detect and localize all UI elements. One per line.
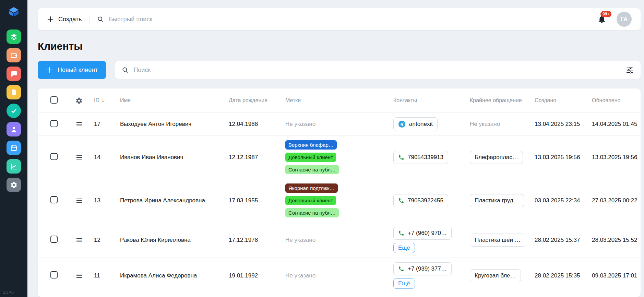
contact-chip[interactable]: 79054339913: [393, 151, 448, 164]
header-contacts[interactable]: Контакты: [393, 97, 417, 103]
cell-updated: 14.04.2025 01:45: [592, 121, 641, 128]
cell-updated: 28.03.2025 15:52: [592, 237, 641, 243]
app-version: 1.3.46: [3, 290, 14, 294]
table-body: 17Выходуев Антон Игоревич12.04.1988Не ук…: [38, 112, 641, 293]
select-all-checkbox[interactable]: [50, 96, 58, 104]
cell-id: 14: [93, 154, 120, 161]
contact-chip[interactable]: +7 (960) 970…: [393, 227, 452, 240]
cell-name: Икрамова Алиса Федоровна: [120, 272, 229, 279]
header-created[interactable]: Создано: [535, 97, 556, 103]
row-checkbox[interactable]: [50, 120, 58, 127]
cell-contacts: +7 (939) 377…Ещё: [393, 262, 470, 289]
row-checkbox[interactable]: [50, 236, 58, 243]
document-icon: [10, 89, 17, 96]
header-birth-date[interactable]: Дата рождения: [229, 97, 267, 103]
contact-chip[interactable]: 79053922455: [393, 194, 448, 207]
tag-chip[interactable]: Согласие на публ…: [285, 208, 339, 217]
filters-icon[interactable]: [626, 66, 634, 74]
table-row: 12Ракова Юлия Кирилловна17.12.1978Не ука…: [38, 222, 641, 258]
cell-name: Ракова Юлия Кирилловна: [120, 237, 229, 243]
table-row: 17Выходуев Антон Игоревич12.04.1988Не ук…: [38, 112, 641, 135]
sort-desc-icon[interactable]: ↓: [102, 97, 104, 104]
calendar-icon: [10, 144, 17, 152]
tag-chip[interactable]: Довольный клиент: [285, 153, 336, 162]
more-contacts-button[interactable]: Ещё: [393, 243, 415, 253]
table-row: 11Икрамова Алиса Федоровна19.01.1992Не у…: [38, 258, 641, 293]
row-menu-icon[interactable]: [75, 197, 83, 204]
create-button[interactable]: Создать: [47, 15, 82, 23]
tag-chip[interactable]: Довольный клиент: [285, 196, 336, 205]
row-checkbox[interactable]: [50, 271, 58, 278]
cell-tags: Верхняя блефар…Довольный клиентСогласие …: [285, 140, 393, 174]
row-checkbox[interactable]: [50, 153, 58, 160]
cell-tags: Не указано: [285, 237, 393, 243]
sidebar-item-wallet[interactable]: [7, 48, 21, 62]
chart-icon: [10, 163, 17, 170]
row-menu-icon[interactable]: [75, 120, 83, 128]
tag-chip[interactable]: Якорная подтяжк…: [285, 183, 338, 193]
sidebar-item-check[interactable]: [7, 104, 21, 118]
search-icon: [97, 16, 104, 23]
cell-contacts: 79053922455: [393, 194, 470, 207]
topbar-divider: [89, 15, 90, 24]
last-request-chip[interactable]: Блефароплас…: [470, 151, 523, 164]
contact-value: 79053922455: [408, 197, 443, 204]
wallet-icon: [10, 52, 17, 59]
avatar[interactable]: ГА: [617, 12, 632, 27]
more-contacts-button[interactable]: Ещё: [393, 278, 415, 289]
header-last-request[interactable]: Крайнее обращение: [470, 97, 522, 103]
table-row: 14Иванов Иван Иванович12.12.1987Верхняя …: [38, 135, 641, 179]
sidebar-item-calendar[interactable]: [7, 141, 21, 155]
header-tags[interactable]: Метки: [285, 97, 301, 103]
row-checkbox[interactable]: [50, 196, 58, 203]
tag-chip[interactable]: Согласие на публ…: [285, 165, 339, 174]
cell-last-request: Блефароплас…: [470, 151, 535, 164]
sidebar-item-person[interactable]: [7, 122, 21, 136]
last-request-chip[interactable]: Пластика груд…: [470, 194, 524, 207]
quick-search-input[interactable]: [109, 16, 597, 23]
cell-last-request: Пластика шеи …: [470, 234, 535, 247]
last-request-chip[interactable]: Круговая бле…: [470, 269, 521, 282]
plus-icon: [47, 15, 54, 23]
cell-birth-date: 12.12.1987: [229, 154, 285, 161]
sidebar-item-document[interactable]: [7, 85, 21, 99]
cell-contacts: +7 (960) 970…Ещё: [393, 227, 470, 253]
not-specified-label: Не указано: [470, 121, 500, 127]
cell-contacts: antonexit: [393, 117, 470, 131]
contact-chip[interactable]: +7 (939) 377…: [393, 262, 452, 275]
header-name[interactable]: Имя: [120, 97, 131, 103]
new-client-button[interactable]: Новый клиент: [38, 61, 106, 79]
contact-value: +7 (960) 970…: [408, 230, 447, 237]
telegram-icon: [398, 120, 406, 128]
phone-icon: [398, 266, 404, 272]
table-settings-icon[interactable]: [75, 97, 83, 104]
cell-created: 28.02.2025 15:37: [535, 237, 592, 243]
phone-icon: [398, 154, 404, 161]
cell-name: Петрова Ирина Александровна: [120, 197, 229, 204]
sidebar: 1.3.46: [0, 0, 27, 297]
check-icon: [10, 107, 17, 115]
sidebar-item-layers[interactable]: [7, 29, 21, 44]
notifications-button[interactable]: 99+: [597, 15, 606, 24]
table-search-bar: [115, 61, 641, 79]
sidebar-item-chat[interactable]: [7, 67, 21, 81]
sidebar-item-gear[interactable]: [7, 178, 21, 192]
sidebar-item-chart[interactable]: [7, 159, 21, 174]
row-menu-icon[interactable]: [75, 236, 83, 244]
cell-birth-date: 12.04.1988: [229, 121, 285, 128]
cell-contacts: 79054339913: [393, 151, 470, 164]
tag-chip[interactable]: Верхняя блефар…: [285, 140, 337, 150]
row-menu-icon[interactable]: [75, 154, 83, 161]
cell-last-request: Не указано: [470, 121, 535, 128]
cell-id: 12: [93, 237, 120, 243]
last-request-chip[interactable]: Пластика шеи …: [470, 234, 525, 247]
cell-created: 13.03.2025 19:56: [535, 154, 592, 161]
table-search-input[interactable]: [133, 67, 621, 74]
contact-value: antonexit: [409, 121, 433, 128]
not-specified-label: Не указано: [285, 121, 315, 127]
app-logo-icon[interactable]: [7, 5, 21, 20]
contact-chip[interactable]: antonexit: [393, 117, 438, 131]
row-menu-icon[interactable]: [75, 272, 83, 280]
header-updated[interactable]: Обновлено: [592, 97, 620, 103]
header-id[interactable]: ID: [94, 97, 99, 104]
